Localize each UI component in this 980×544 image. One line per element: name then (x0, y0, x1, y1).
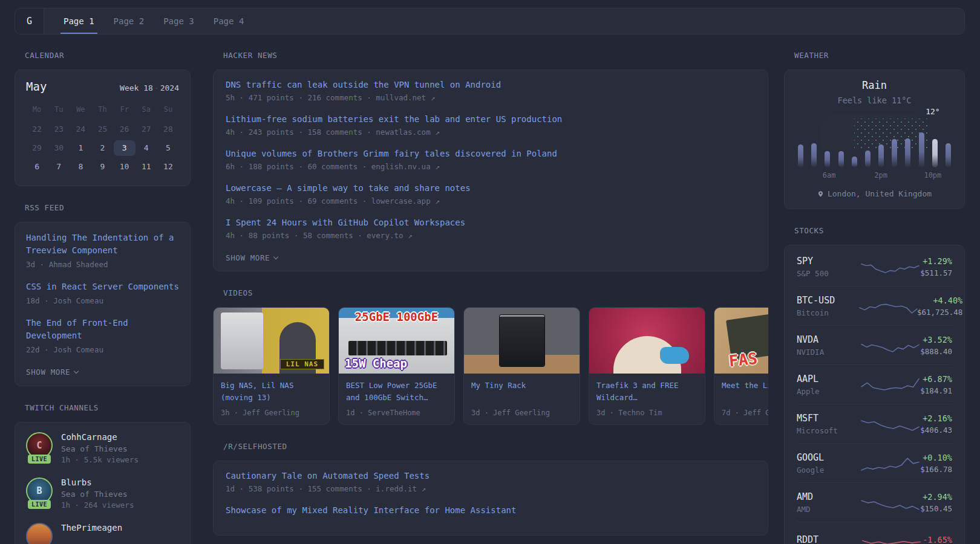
hn-item-title[interactable]: DNS traffic can leak outside the VPN tun… (226, 79, 756, 90)
stock-row[interactable]: RDDT -1.65% (797, 522, 952, 544)
stock-row[interactable]: AMDAMD +2.94%$150.45 (797, 482, 952, 522)
video-title[interactable]: My Tiny Rack (471, 380, 572, 404)
stock-change: +4.40% (917, 296, 962, 305)
twitch-channel-row[interactable]: B LIVE Blurbs Sea of Thieves 1h · 264 vi… (26, 478, 179, 510)
stock-symbol[interactable]: BTC-USD (797, 295, 860, 306)
time-axis: 6am 2pm 10pm (797, 171, 952, 181)
stock-sparkline (860, 335, 920, 355)
hn-item-title[interactable]: Lithium-free sodium batteries exit the l… (226, 114, 756, 125)
video-card[interactable]: LIL NAS Big NAS, Lil NAS (moving 13) 3h … (213, 307, 330, 425)
temperature-bar (878, 144, 884, 167)
reddit-item-meta: 1d · 538 points · 155 comments · i.redd.… (226, 484, 756, 493)
stock-row[interactable]: AAPLApple +6.87%$184.91 (797, 364, 952, 404)
tab-page-3[interactable]: Page 3 (160, 8, 197, 34)
rss-item-title[interactable]: The End of Front-End Development (26, 317, 179, 342)
video-meta: 3h · Jeff Geerling (221, 409, 322, 417)
twitch-channel-name[interactable]: ThePrimeagen (61, 523, 122, 533)
weather-location-text: London, United Kingdom (828, 189, 932, 198)
calendar-day: 28 (157, 121, 179, 137)
stock-row[interactable]: BTC-USDBitcoin +4.40%$61,725.48 (797, 286, 952, 325)
stock-row[interactable]: SPYS&P 500 +1.29%$511.57 (797, 247, 952, 286)
stock-symbol[interactable]: NVDA (797, 334, 860, 345)
hn-item-meta: 6h · 188 points · 60 comments · english.… (226, 162, 756, 171)
tab-page-1[interactable]: Page 1 (60, 8, 97, 34)
rss-item: The End of Front-End Development 22d · J… (26, 317, 179, 354)
show-more-label: SHOW MORE (226, 253, 270, 262)
tab-page-4[interactable]: Page 4 (211, 8, 247, 34)
calendar-section: CALENDAR May Week 18·2024 Mo Tu We Th Fr… (15, 51, 191, 186)
reddit-item: Cautionary Tale on Automated Speed Tests… (226, 470, 756, 493)
video-card[interactable]: My Tiny Rack 3d · Jeff Geerling (463, 307, 580, 425)
stock-row[interactable]: NVDANVIDIA +3.52%$888.40 (797, 325, 952, 364)
tab-page-2[interactable]: Page 2 (111, 8, 148, 34)
twitch-channel-game: Sea of Thieves (61, 444, 139, 453)
calendar-widget: May Week 18·2024 Mo Tu We Th Fr Sa Su 22… (15, 70, 191, 186)
hn-item-title[interactable]: Lowercase – A simple way to take and sha… (226, 183, 756, 193)
avatar (26, 523, 53, 544)
stock-sparkline (860, 492, 920, 513)
rss-show-more-button[interactable]: SHOW MORE (26, 368, 78, 377)
middle-column: HACKER NEWS DNS traffic can leak outside… (213, 51, 768, 544)
video-meta: 1d · ServeTheHome (346, 409, 447, 417)
rss-item-meta: 22d · Josh Comeau (26, 345, 179, 354)
stock-symbol[interactable]: SPY (797, 256, 860, 267)
video-title[interactable]: Meet the Linux Clu (722, 380, 768, 404)
stock-name: Apple (797, 387, 860, 396)
calendar-day: 5 (157, 140, 179, 156)
videos-row: LIL NAS Big NAS, Lil NAS (moving 13) 3h … (213, 307, 768, 425)
stocks-section: STOCKS SPYS&P 500 +1.29%$511.57 BTC-USDB… (784, 226, 965, 544)
temperature-bar (946, 143, 951, 167)
reddit-item-title[interactable]: Showcase of my Mixed Reality Interface f… (226, 505, 756, 516)
stock-symbol[interactable]: MSFT (797, 413, 860, 424)
rss-item-title[interactable]: CSS in React Server Components (26, 280, 179, 293)
calendar-day: 1 (70, 140, 91, 156)
hn-item-title[interactable]: I Spent 24 Hours with GitHub Copilot Wor… (226, 217, 756, 228)
stock-sparkline (860, 531, 923, 544)
page-tabs: Page 1 Page 2 Page 3 Page 4 (54, 8, 253, 34)
videos-section-title: VIDEOS (223, 288, 768, 297)
stock-symbol[interactable]: RDDT (797, 534, 860, 544)
twitch-channel-row[interactable]: ThePrimeagen (26, 523, 179, 544)
reddit-widget: Cautionary Tale on Automated Speed Tests… (213, 461, 768, 536)
weather-condition: Rain (797, 79, 952, 91)
stocks-widget: SPYS&P 500 +1.29%$511.57 BTC-USDBitcoin … (784, 245, 965, 544)
twitch-channel-name[interactable]: Blurbs (61, 478, 134, 487)
calendar-day: 7 (48, 159, 70, 175)
video-thumbnail (589, 308, 705, 374)
stocks-section-title: STOCKS (794, 226, 965, 235)
video-card[interactable]: Traefik 3 and FREE Wildcard… 3d · Techno… (589, 307, 705, 425)
video-title[interactable]: BEST Low Power 25GbE and 100GbE Switch… (346, 380, 447, 404)
stock-change: +6.87% (920, 374, 952, 384)
weather-location: London, United Kingdom (797, 189, 952, 198)
video-card[interactable]: FAS Meet the Linux Clu 7d · Jeff Geerlin… (714, 307, 768, 425)
temperature-bar (798, 144, 803, 167)
stock-row[interactable]: MSFTMicrosoft +2.16%$406.43 (797, 404, 952, 443)
video-title[interactable]: Traefik 3 and FREE Wildcard… (596, 380, 697, 404)
stock-symbol[interactable]: GOOGL (797, 452, 860, 463)
stock-name: Google (797, 465, 860, 474)
stock-symbol[interactable]: AMD (797, 491, 860, 502)
weather-section-title: WEATHER (794, 51, 965, 60)
calendar-day: 27 (136, 121, 157, 137)
stock-symbol[interactable]: AAPL (797, 374, 860, 384)
rss-section: RSS FEED Handling The Indentation of a T… (15, 203, 191, 386)
stock-change: -1.65% (923, 535, 952, 544)
calendar-day: 24 (70, 121, 91, 137)
twitch-channel-row[interactable]: C LIVE CohhCarnage Sea of Thieves 1h · 5… (26, 432, 179, 464)
reddit-item-title[interactable]: Cautionary Tale on Automated Speed Tests (226, 470, 756, 481)
stock-change: +2.16% (920, 413, 952, 423)
video-card[interactable]: 25GbE 100GbE15W Cheap BEST Low Power 25G… (338, 307, 455, 425)
hn-show-more-button[interactable]: SHOW MORE (226, 253, 278, 262)
time-label: 6am (823, 171, 836, 180)
calendar-day: 9 (91, 159, 113, 175)
app-logo[interactable]: G (15, 8, 44, 34)
hn-item-title[interactable]: Unique volumes of Brothers Grimm fairy t… (226, 148, 756, 159)
hn-item: Lithium-free sodium batteries exit the l… (226, 114, 756, 137)
video-title[interactable]: Big NAS, Lil NAS (moving 13) (221, 380, 322, 404)
stock-change: +0.10% (920, 453, 952, 462)
stock-row[interactable]: GOOGLGoogle +0.10%$166.78 (797, 443, 952, 482)
calendar-grid: Mo Tu We Th Fr Sa Su 22 23 24 25 26 27 2… (26, 103, 179, 175)
rss-item-title[interactable]: Handling The Indentation of a Treeview C… (26, 232, 179, 257)
twitch-avatar-wrap (26, 523, 53, 544)
twitch-channel-name[interactable]: CohhCarnage (61, 432, 139, 442)
